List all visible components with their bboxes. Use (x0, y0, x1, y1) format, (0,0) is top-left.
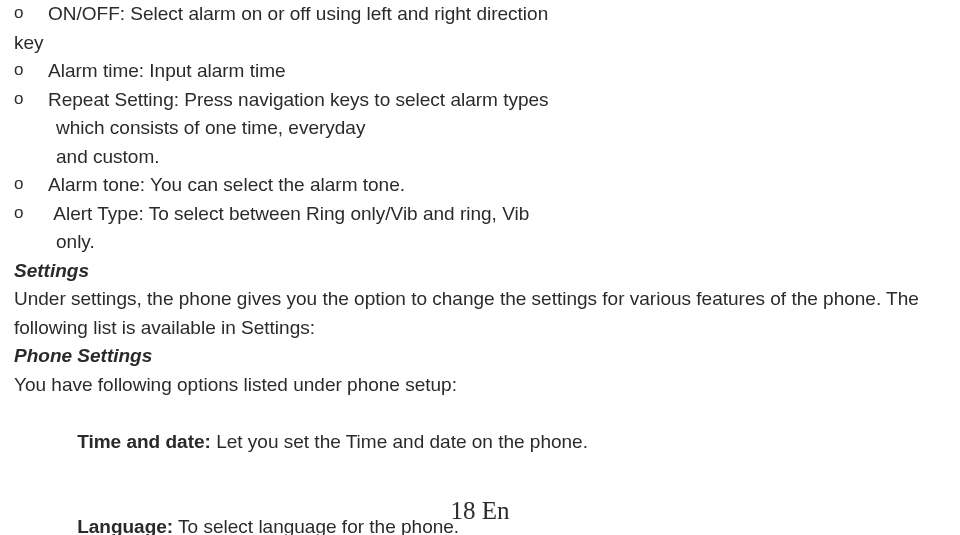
bullet-text: Repeat Setting: Press navigation keys to… (48, 86, 960, 115)
bullet-marker: o (0, 86, 48, 115)
document-page: o ON/OFF: Select alarm on or off using l… (0, 0, 960, 535)
phone-settings-intro: You have following options listed under … (0, 371, 960, 400)
bullet-alarm-tone: o Alarm tone: You can select the alarm t… (0, 171, 960, 200)
label-time-date: Time and date: (77, 431, 216, 452)
bullet-alert-type-cont: only. (0, 228, 960, 257)
settings-heading: Settings (0, 257, 960, 286)
bullet-text: Alarm tone: You can select the alarm ton… (48, 171, 960, 200)
phone-settings-heading: Phone Settings (0, 342, 960, 371)
page-number: 18 En (0, 492, 960, 530)
desc-time-date: Let you set the Time and date on the pho… (216, 431, 588, 452)
bullet-text: ON/OFF: Select alarm on or off using lef… (48, 0, 960, 29)
bullet-repeat-cont2: and custom. (0, 143, 960, 172)
bullet-marker: o (0, 200, 48, 229)
bullet-text: Alarm time: Input alarm time (48, 57, 960, 86)
bullet-repeat-cont1: which consists of one time, everyday (0, 114, 960, 143)
bullet-marker: o (0, 57, 48, 86)
bullet-marker: o (0, 171, 48, 200)
bullet-alarm-time: o Alarm time: Input alarm time (0, 57, 960, 86)
bullet-marker: o (0, 0, 48, 29)
bullet-onoff-cont: key (0, 29, 960, 58)
bullet-repeat: o Repeat Setting: Press navigation keys … (0, 86, 960, 115)
settings-body: Under settings, the phone gives you the … (0, 285, 960, 342)
bullet-text: Alert Type: To select between Ring only/… (48, 200, 960, 229)
bullet-onoff: o ON/OFF: Select alarm on or off using l… (0, 0, 960, 29)
bullet-alert-type: o Alert Type: To select between Ring onl… (0, 200, 960, 229)
phone-settings-time: Time and date: Let you set the Time and … (0, 399, 960, 485)
